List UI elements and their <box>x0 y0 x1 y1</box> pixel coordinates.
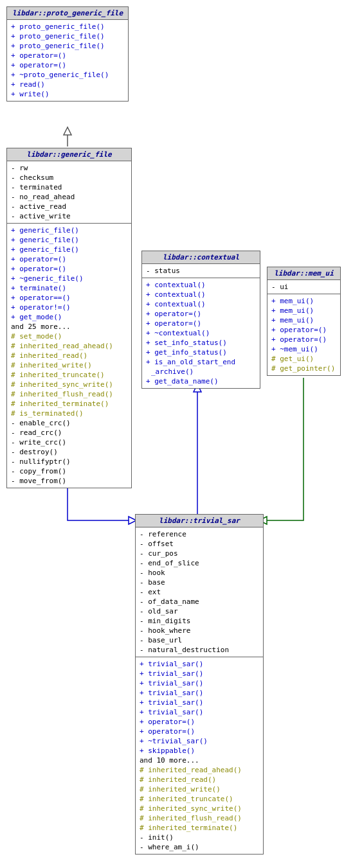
svg-marker-1 <box>64 127 71 135</box>
method-line: + trivial_sar() <box>140 659 259 669</box>
method-line: + operator=() <box>140 717 259 727</box>
method-line: # set_mode() <box>11 332 127 341</box>
trivial-sar-methods: + trivial_sar() + trivial_sar() + trivia… <box>136 657 263 854</box>
method-line: + is_an_old_start_end <box>146 357 256 367</box>
method-line: + get_mode() <box>11 312 127 322</box>
method-line: - copy_from() <box>11 466 127 476</box>
method-line: + ~proto_generic_file() <box>11 70 124 80</box>
attr-line: - min_digits <box>140 616 259 626</box>
method-line: # inherited_flush_read() <box>11 389 127 399</box>
method-line: + trivial_sar() <box>140 669 259 678</box>
attr-line: - cur_pos <box>140 549 259 558</box>
method-line: + operator=() <box>146 309 256 319</box>
method-line: + trivial_sar() <box>140 698 259 707</box>
method-line: # inherited_write() <box>140 784 259 794</box>
method-line: # inherited_sync_write() <box>140 804 259 813</box>
method-line: + operator!=() <box>11 303 127 312</box>
method-line: + terminate() <box>11 283 127 293</box>
attr-line: - ui <box>271 282 336 292</box>
contextual-methods: + contextual() + contextual() + contextu… <box>142 278 260 388</box>
method-line: - write_crc() <box>11 438 127 447</box>
mem-ui-attrs: - ui <box>267 280 340 294</box>
attr-line: - active_read <box>11 202 127 211</box>
attr-line: - hook_where <box>140 626 259 635</box>
more-line: and 25 more... <box>11 322 127 332</box>
attr-line: - no_read_ahead <box>11 192 127 202</box>
method-line: + operator=() <box>146 319 256 328</box>
method-line: + ~trivial_sar() <box>140 736 259 746</box>
trivial-sar-title: libdar::trivial_sar <box>136 515 263 527</box>
proto-generic-file-title: libdar::proto_generic_file <box>7 7 128 20</box>
method-line: - read_crc() <box>11 428 127 438</box>
method-line: + operator=() <box>11 254 127 264</box>
box-generic-file: libdar::generic_file - rw - checksum - t… <box>6 148 132 488</box>
method-line: # inherited_flush_read() <box>140 813 259 823</box>
attr-line: - ext <box>140 587 259 597</box>
method-line: + proto_generic_file() <box>11 22 124 31</box>
method-line: # inherited_terminate() <box>11 399 127 409</box>
trivial-sar-attrs: - reference - offset - cur_pos - end_of_… <box>136 527 263 657</box>
attr-line: - rw <box>11 163 127 173</box>
method-line: + get_info_status() <box>146 348 256 357</box>
method-line: + operator=() <box>11 60 124 70</box>
method-line: # inherited_read_ahead() <box>140 765 259 775</box>
method-line: + get_data_name() <box>146 376 256 386</box>
method-line: + set_info_status() <box>146 338 256 348</box>
method-line: - init() <box>140 833 259 842</box>
method-line: + generic_file() <box>11 245 127 254</box>
method-line: + ~contextual() <box>146 328 256 338</box>
method-line: + mem_ui() <box>271 315 336 325</box>
attr-line: - status <box>146 266 256 276</box>
method-line: # inherited_truncate() <box>140 794 259 804</box>
attr-line: - terminated <box>11 182 127 192</box>
method-line: # inherited_sync_write() <box>11 380 127 389</box>
method-line: + contextual() <box>146 290 256 299</box>
method-line: + write() <box>11 89 124 99</box>
method-line: + contextual() <box>146 299 256 309</box>
method-line: + operator=() <box>11 264 127 274</box>
attr-line: - of_data_name <box>140 597 259 607</box>
method-line: - destroy() <box>11 447 127 457</box>
method-line: # inherited_read() <box>11 351 127 360</box>
method-line: - enable_crc() <box>11 418 127 428</box>
attr-line: - base_url <box>140 635 259 645</box>
method-line: + generic_file() <box>11 226 127 235</box>
method-line: + proto_generic_file() <box>11 31 124 41</box>
method-line: + trivial_sar() <box>140 688 259 698</box>
method-line: + mem_ui() <box>271 306 336 315</box>
method-line: # inherited_read_ahead() <box>11 341 127 351</box>
generic-file-methods: + generic_file() + generic_file() + gene… <box>7 224 131 488</box>
proto-generic-file-methods: + proto_generic_file() + proto_generic_f… <box>7 20 128 101</box>
box-proto-generic-file: libdar::proto_generic_file + proto_gener… <box>6 6 129 102</box>
method-line: # get_pointer() <box>271 364 336 373</box>
method-line: + ~generic_file() <box>11 274 127 283</box>
mem-ui-methods: + mem_ui() + mem_ui() + mem_ui() + opera… <box>267 294 340 375</box>
mem-ui-title: libdar::mem_ui <box>267 267 340 280</box>
method-line: + operator=() <box>271 335 336 344</box>
method-line: _archive() <box>146 367 256 376</box>
attr-line: - offset <box>140 539 259 549</box>
method-line: + operator==() <box>11 293 127 303</box>
method-line: + generic_file() <box>11 235 127 245</box>
attr-line: - checksum <box>11 173 127 182</box>
box-mem-ui: libdar::mem_ui - ui + mem_ui() + mem_ui(… <box>267 267 341 376</box>
method-line: + proto_generic_file() <box>11 41 124 51</box>
generic-file-attrs: - rw - checksum - terminated - no_read_a… <box>7 161 131 224</box>
method-line: # get_ui() <box>271 354 336 364</box>
attr-line: - reference <box>140 529 259 539</box>
method-line: + operator=() <box>140 727 259 736</box>
method-line: # inherited_write() <box>11 360 127 370</box>
more-line: and 10 more... <box>140 756 259 765</box>
box-contextual: libdar::contextual - status + contextual… <box>141 251 260 389</box>
attr-line: - natural_destruction <box>140 645 259 655</box>
method-line: - nullifyptr() <box>11 457 127 466</box>
method-line: + operator=() <box>11 51 124 60</box>
method-line: + trivial_sar() <box>140 707 259 717</box>
method-line: - where_am_i() <box>140 842 259 852</box>
method-line: # inherited_truncate() <box>11 370 127 380</box>
method-line: # is_terminated() <box>11 409 127 418</box>
method-line: # inherited_terminate() <box>140 823 259 833</box>
attr-line: - old_sar <box>140 607 259 616</box>
method-line: + contextual() <box>146 280 256 290</box>
method-line: + trivial_sar() <box>140 678 259 688</box>
